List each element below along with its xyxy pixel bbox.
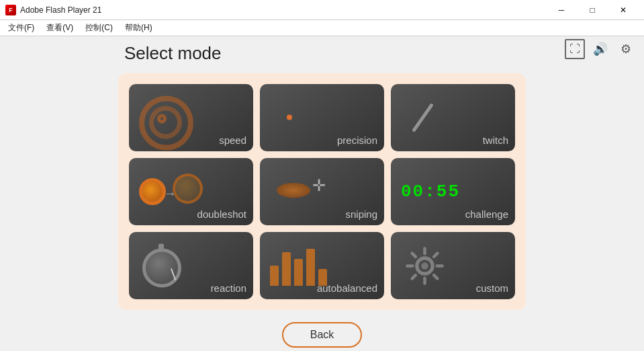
reaction-icon — [136, 241, 196, 291]
mode-doubleshot-button[interactable]: → doubleshot — [129, 158, 253, 225]
clock-display: 00:55 — [401, 182, 460, 202]
sound-button[interactable]: 🔊 — [590, 39, 610, 59]
mode-challenge-label: challenge — [465, 208, 508, 220]
mode-precision-label: precision — [337, 134, 377, 146]
mode-reaction-label: reaction — [211, 282, 246, 294]
mode-reaction-button[interactable]: reaction — [129, 232, 253, 299]
back-button[interactable]: Back — [282, 322, 363, 348]
mode-autobalanced-label: autobalanced — [317, 282, 377, 294]
twitch-icon — [398, 98, 451, 138]
svg-point-1 — [421, 262, 428, 269]
mode-sniping-label: sniping — [345, 208, 377, 220]
minimize-button[interactable]: ─ — [546, 0, 577, 20]
window-controls: ─ □ ✕ — [546, 0, 639, 20]
mode-doubleshot-label: doubleshot — [197, 208, 246, 220]
precision-icon — [267, 96, 314, 140]
menu-bar: 文件(F) 查看(V) 控制(C) 帮助(H) — [0, 20, 644, 36]
toolbar: ⛶ 🔊 ⚙ — [565, 39, 636, 59]
menu-view[interactable]: 查看(V) — [41, 21, 79, 35]
svg-line-7 — [434, 275, 437, 278]
mode-precision-button[interactable]: precision — [260, 84, 384, 151]
app-icon: F — [5, 5, 16, 15]
title-bar: F Adobe Flash Player 21 ─ □ ✕ — [0, 0, 644, 20]
svg-line-6 — [412, 253, 415, 256]
menu-help[interactable]: 帮助(H) — [120, 21, 158, 35]
menu-file[interactable]: 文件(F) — [3, 21, 40, 35]
svg-line-9 — [412, 275, 415, 278]
challenge-icon: 00:55 — [398, 168, 471, 215]
mode-speed-label: speed — [219, 134, 246, 146]
settings-button[interactable]: ⚙ — [616, 39, 636, 59]
mode-challenge-button[interactable]: 00:55 challenge — [391, 158, 515, 225]
mode-autobalanced-button[interactable]: autobalanced — [260, 232, 384, 299]
svg-line-8 — [434, 253, 437, 256]
mode-speed-button[interactable]: speed — [129, 84, 253, 151]
maximize-button[interactable]: □ — [577, 0, 608, 20]
mode-custom-button[interactable]: custom — [391, 232, 515, 299]
mode-custom-label: custom — [476, 282, 508, 294]
gear-svg — [403, 244, 447, 288]
mode-twitch-label: twitch — [483, 134, 508, 146]
mode-sniping-button[interactable]: ✛ sniping — [260, 158, 384, 225]
fullscreen-button[interactable]: ⛶ — [565, 39, 585, 59]
custom-icon — [398, 242, 451, 289]
app-title: Adobe Flash Player 21 — [20, 5, 101, 15]
mode-twitch-button[interactable]: twitch — [391, 84, 515, 151]
speed-icon — [136, 93, 196, 143]
page-title: Select mode — [124, 43, 222, 64]
crosshair-icon: ✛ — [310, 176, 328, 195]
main-content: Select mode speed precision — [0, 36, 644, 351]
close-button[interactable]: ✕ — [608, 0, 639, 20]
mode-grid: speed precision twitch — [118, 73, 526, 310]
sniping-icon: ✛ — [267, 168, 334, 215]
menu-control[interactable]: 控制(C) — [80, 21, 118, 35]
